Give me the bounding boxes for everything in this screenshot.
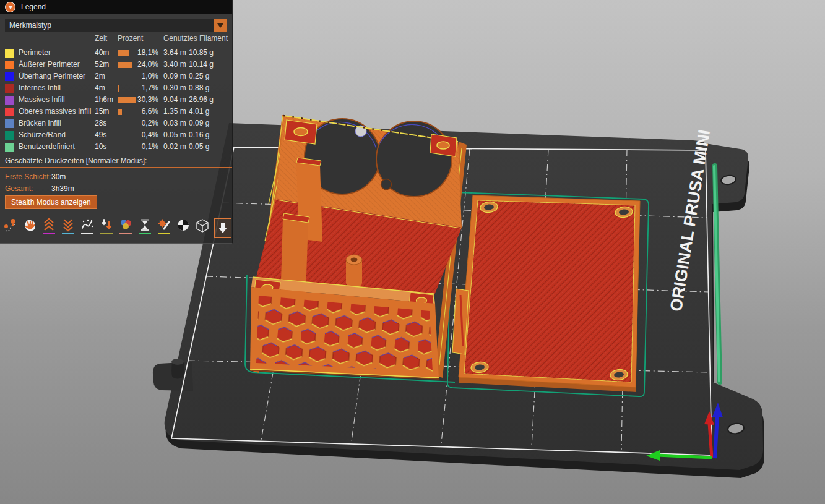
divider (0, 45, 232, 45)
first-layer-value: 30m (51, 173, 66, 181)
center-of-gravity-icon (176, 218, 190, 234)
percent-bar (118, 132, 118, 139)
prusaslicer-logo-icon (5, 2, 15, 12)
total-time-value: 3h39m (51, 184, 74, 193)
legend-row: Überhang Perimeter2m 1,0%0.09 m0.25 g (0, 71, 232, 83)
col-header-percent: Prozent (118, 34, 143, 43)
printed-object-plate (452, 195, 640, 392)
first-layer-label: Erste Schicht: (5, 173, 51, 181)
deretractions-icon (61, 218, 75, 232)
seams-icon (80, 218, 94, 232)
legend-row: Brücken Infill28s 0,2%0.03 m0.09 g (0, 118, 232, 130)
color-changes-toggle[interactable] (118, 218, 133, 238)
retractions-icon (42, 218, 56, 232)
panel-title: Legend (21, 2, 46, 11)
shells-toggle[interactable] (195, 218, 210, 238)
pause-prints-icon (138, 218, 152, 232)
shells-icon (195, 218, 210, 234)
preview-options-toolbar (3, 218, 231, 238)
travel-paths-toggle[interactable] (3, 218, 18, 238)
custom-gcodes-toggle[interactable] (157, 218, 171, 238)
wipe-icon (23, 218, 37, 234)
percent-bar (118, 50, 129, 56)
stealth-mode-button[interactable]: Stealth Modus anzeigen (5, 195, 97, 209)
percent-bar (118, 109, 122, 115)
view-type-value: Merkmalstyp (9, 21, 51, 30)
prusaslicer-preview-window: { "panel": { "title": "Legend", "dropdow… (0, 0, 825, 504)
percent-bar (118, 121, 118, 127)
feature-color-swatch (5, 131, 14, 140)
legend-marker-toggle[interactable] (214, 218, 231, 238)
color-changes-icon (119, 218, 132, 232)
feature-color-swatch (5, 108, 14, 116)
legend-row: Äußerer Perimeter52m 24,0%3.40 m10.14 g (0, 59, 232, 71)
divider (0, 215, 232, 215)
center-of-gravity-toggle[interactable] (176, 218, 191, 238)
feature-color-swatch (5, 49, 14, 58)
percent-bar (118, 144, 118, 150)
wipe-toggle[interactable] (22, 218, 37, 238)
seams-toggle[interactable] (80, 218, 95, 238)
legend-row: Schürze/Rand49s 0,4%0.05 m0.16 g (0, 130, 232, 142)
legend-title-bar[interactable]: Legend (0, 0, 232, 14)
tool-changes-icon (100, 218, 113, 232)
custom-gcodes-icon (157, 218, 171, 232)
feature-color-swatch (5, 72, 14, 81)
marker-arrow-icon (216, 221, 230, 236)
feature-color-swatch (5, 61, 14, 69)
feature-color-swatch (5, 84, 14, 93)
view-type-dropdown[interactable]: Merkmalstyp (5, 19, 227, 32)
legend-row: Benutzerdefiniert10s 0,1%0.02 m0.05 g (0, 142, 232, 153)
tool-changes-toggle[interactable] (99, 218, 114, 238)
feature-color-swatch (5, 119, 14, 128)
feature-color-swatch (5, 96, 14, 105)
retractions-toggle[interactable] (41, 218, 56, 238)
pause-prints-toggle[interactable] (137, 218, 152, 238)
percent-bar (118, 62, 132, 68)
legend-row: Internes Infill4m 1,7%0.30 m0.88 g (0, 83, 232, 95)
legend-row: Massives Infill1h6m 30,3%9.04 m26.96 g (0, 95, 232, 106)
percent-bar (118, 85, 119, 92)
col-header-time: Zeit (95, 34, 107, 43)
legend-row: Perimeter40m 18,1%3.64 m10.85 g (0, 48, 232, 59)
chevron-down-icon[interactable] (214, 19, 227, 32)
travel-paths-icon (4, 218, 17, 234)
percent-bar (118, 74, 118, 80)
col-header-filament: Genutztes Filament (163, 34, 228, 43)
divider (0, 167, 232, 168)
feature-color-swatch (5, 143, 14, 152)
legend-row: Oberes massives Infill15m 6,6%1.35 m4.01… (0, 106, 232, 118)
legend-panel: Legend Merkmalstyp Zeit Prozent Genutzte… (0, 0, 233, 244)
total-time-label: Gesamt: (5, 184, 33, 193)
estimates-heading: Geschätzte Druckzeiten [Normaler Modus]: (5, 156, 147, 165)
deretractions-toggle[interactable] (61, 218, 76, 238)
